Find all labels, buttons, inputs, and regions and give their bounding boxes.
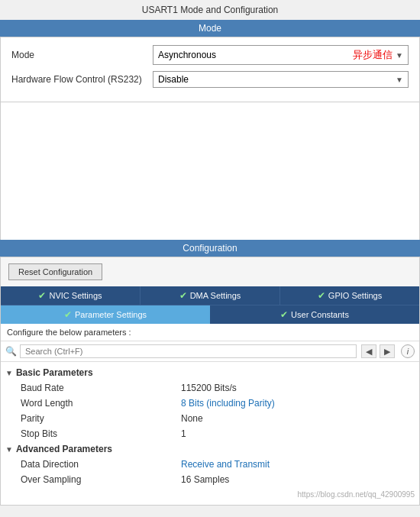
blank-area xyxy=(0,102,420,240)
baud-rate-label: Baud Rate xyxy=(21,383,181,393)
mode-section-header: Mode xyxy=(0,20,420,37)
page-title: USART1 Mode and Configuration xyxy=(0,0,420,20)
table-row: Word Length 8 Bits (including Parity) xyxy=(1,396,419,411)
table-row: Stop Bits 1 xyxy=(1,426,419,441)
tab-param-label: Parameter Settings xyxy=(75,310,147,319)
reset-config-button[interactable]: Reset Configuration xyxy=(8,263,102,280)
tab-user-constants[interactable]: ✔ User Constants xyxy=(210,305,419,324)
baud-rate-value: 115200 Bits/s xyxy=(181,383,237,393)
stop-bits-label: Stop Bits xyxy=(21,428,181,439)
prev-arrow[interactable]: ◀ xyxy=(361,344,376,358)
search-row: 🔍 ◀ ▶ i xyxy=(1,341,419,362)
mode-row: Mode Asynchronous 异步通信 ▼ xyxy=(11,45,409,65)
tab-parameter-settings[interactable]: ✔ Parameter Settings xyxy=(1,305,210,324)
dma-check-icon: ✔ xyxy=(179,290,187,301)
basic-params-section[interactable]: ▼ Basic Parameters xyxy=(1,365,419,380)
next-arrow[interactable]: ▶ xyxy=(380,344,395,358)
basic-params-label: Basic Parameters xyxy=(16,367,93,378)
search-input[interactable] xyxy=(20,344,357,358)
params-list: ▼ Basic Parameters Baud Rate 115200 Bits… xyxy=(1,362,419,505)
tab-gpio-settings[interactable]: ✔ GPIO Settings xyxy=(280,286,419,305)
basic-expand-icon: ▼ xyxy=(5,369,13,377)
word-length-label: Word Length xyxy=(21,398,181,409)
hw-flow-value: Disable xyxy=(158,74,393,85)
tab-gpio-label: GPIO Settings xyxy=(328,291,382,300)
table-row: Baud Rate 115200 Bits/s xyxy=(1,380,419,396)
config-section-header: Configuration xyxy=(0,240,420,257)
hw-flow-label: Hardware Flow Control (RS232) xyxy=(11,74,153,85)
user-check-icon: ✔ xyxy=(280,309,288,320)
tab-user-label: User Constants xyxy=(291,310,349,319)
stop-bits-value: 1 xyxy=(181,428,186,439)
mode-label: Mode xyxy=(11,50,153,60)
mode-annotation: 异步通信 xyxy=(353,48,393,62)
tabs-row-2: ✔ Parameter Settings ✔ User Constants xyxy=(1,305,419,324)
config-body: Reset Configuration ✔ NVIC Settings ✔ DM… xyxy=(0,257,420,506)
hw-flow-dropdown-arrow[interactable]: ▼ xyxy=(396,76,403,84)
advanced-params-label: Advanced Parameters xyxy=(16,444,112,454)
tab-nvic-label: NVIC Settings xyxy=(49,291,102,300)
tab-dma-settings[interactable]: ✔ DMA Settings xyxy=(141,286,280,305)
parity-label: Parity xyxy=(21,413,181,424)
advanced-params-section[interactable]: ▼ Advanced Parameters xyxy=(1,441,419,457)
over-sampling-label: Over Sampling xyxy=(21,474,181,485)
info-icon[interactable]: i xyxy=(401,344,415,358)
over-sampling-value: 16 Samples xyxy=(181,474,229,485)
param-check-icon: ✔ xyxy=(64,309,72,320)
configure-text: Configure the below parameters : xyxy=(1,324,419,341)
mode-section: Mode Asynchronous 异步通信 ▼ Hardware Flow C… xyxy=(0,37,420,102)
hw-flow-row: Hardware Flow Control (RS232) Disable ▼ xyxy=(11,71,409,88)
mode-dropdown-arrow[interactable]: ▼ xyxy=(396,51,403,60)
gpio-check-icon: ✔ xyxy=(318,290,325,301)
mode-select-value: Asynchronous xyxy=(158,50,345,60)
table-row: Over Sampling 16 Samples xyxy=(1,472,419,487)
nvic-check-icon: ✔ xyxy=(38,290,46,301)
tab-dma-label: DMA Settings xyxy=(190,291,241,300)
nav-arrows: ◀ ▶ xyxy=(361,344,395,358)
main-container: USART1 Mode and Configuration Mode Mode … xyxy=(0,0,420,506)
table-row: Data Direction Receive and Transmit xyxy=(1,457,419,472)
watermark: https://blog.csdn.net/qq_42900995 xyxy=(1,487,419,502)
search-icon: 🔍 xyxy=(5,346,17,357)
data-direction-label: Data Direction xyxy=(21,459,181,470)
tab-nvic-settings[interactable]: ✔ NVIC Settings xyxy=(1,286,141,305)
parity-value: None xyxy=(181,413,203,424)
data-direction-value: Receive and Transmit xyxy=(181,459,270,470)
tabs-row-1: ✔ NVIC Settings ✔ DMA Settings ✔ GPIO Se… xyxy=(1,286,419,305)
advanced-expand-icon: ▼ xyxy=(5,445,13,454)
mode-select[interactable]: Asynchronous 异步通信 ▼ xyxy=(153,45,409,65)
word-length-value: 8 Bits (including Parity) xyxy=(181,398,275,409)
table-row: Parity None xyxy=(1,411,419,426)
reset-btn-row: Reset Configuration xyxy=(1,257,419,286)
hw-flow-select[interactable]: Disable ▼ xyxy=(153,71,409,88)
